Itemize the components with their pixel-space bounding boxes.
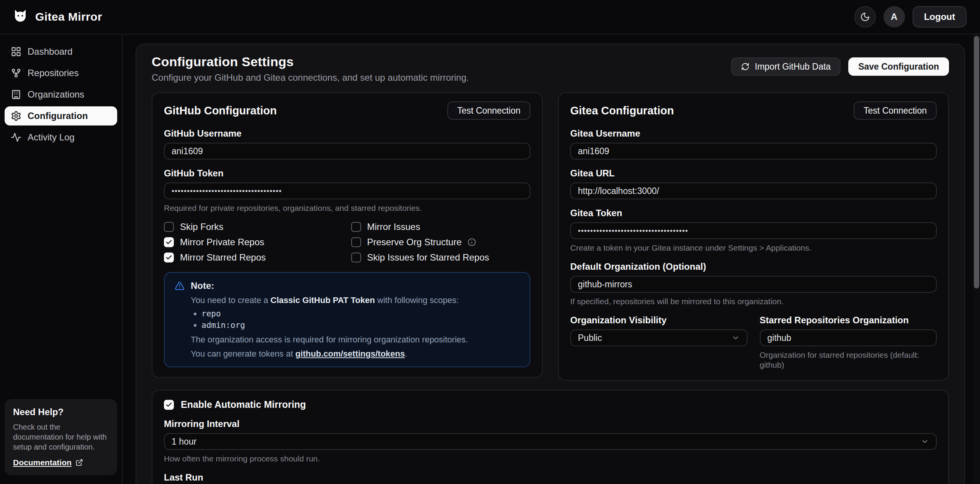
sidebar-item-activity-log[interactable]: Activity Log xyxy=(5,128,117,147)
gitea-username-input[interactable] xyxy=(570,143,937,160)
header-actions: A Logout xyxy=(854,6,967,28)
default-organization-helper: If specified, repositories will be mirro… xyxy=(570,297,937,306)
need-help-card: Need Help? Check out the documentation f… xyxy=(5,399,117,475)
github-configuration-card: GitHub Configuration Test Connection Git… xyxy=(152,92,543,378)
alert-triangle-icon xyxy=(175,281,185,291)
github-test-connection-button[interactable]: Test Connection xyxy=(447,101,530,120)
starred-repositories-organization-helper: Organization for starred repositories (d… xyxy=(760,350,937,370)
enable-automatic-mirroring-label: Enable Automatic Mirroring xyxy=(181,399,306,410)
gitea-mirror-app: Gitea Mirror A Logout Dashboard Reposito… xyxy=(0,0,980,484)
mirroring-interval-select[interactable]: 1 hour xyxy=(164,433,937,450)
last-run-field: Last Run May 17, 2025 at 12:24 AM xyxy=(164,472,937,484)
chevron-down-icon xyxy=(731,334,740,342)
app-brand[interactable]: Gitea Mirror xyxy=(12,8,102,26)
git-fork-icon xyxy=(11,68,21,78)
mirror-starred-repos-checkbox[interactable]: Mirror Starred Repos xyxy=(164,252,344,263)
mirror-issues-checkbox[interactable]: Mirror Issues xyxy=(351,222,531,232)
starred-repositories-organization-label: Starred Repositories Organization xyxy=(760,315,937,326)
sidebar-item-repositories[interactable]: Repositories xyxy=(5,64,117,83)
gear-icon xyxy=(11,111,21,121)
sidebar-item-label: Dashboard xyxy=(28,46,72,57)
gitea-token-input[interactable] xyxy=(570,222,937,239)
page-header-actions: Import GitHub Data Save Configuration xyxy=(731,54,949,76)
gitea-token-helper: Create a token in your Gitea instance un… xyxy=(570,243,937,253)
github-token-label: GitHub Token xyxy=(164,168,530,179)
configuration-page-card: Configuration Settings Configure your Gi… xyxy=(136,44,965,484)
note-org-access: The organization access is required for … xyxy=(191,334,520,345)
scrollbar[interactable] xyxy=(973,34,980,484)
automatic-mirroring-card: Enable Automatic Mirroring Mirroring Int… xyxy=(152,390,949,484)
gitea-token-field: Gitea Token Create a token in your Gitea… xyxy=(570,208,937,253)
starred-repositories-organization-input[interactable] xyxy=(760,329,937,346)
mirroring-interval-field: Mirroring Interval 1 hour How often the … xyxy=(164,419,937,464)
help-body: Check out the documentation for help wit… xyxy=(13,422,109,452)
logout-button[interactable]: Logout xyxy=(913,6,967,28)
github-token-field: GitHub Token Required for private reposi… xyxy=(164,168,530,213)
checkbox-box xyxy=(164,253,174,262)
external-link-icon xyxy=(75,459,83,466)
checkbox-label: Skip Forks xyxy=(180,222,223,232)
preserve-org-structure-checkbox[interactable]: Preserve Org Structure xyxy=(351,237,531,248)
note-scope-list: repo admin:org xyxy=(201,308,520,331)
default-organization-input[interactable] xyxy=(570,276,937,293)
import-github-data-label: Import GitHub Data xyxy=(755,62,831,72)
github-options: Skip Forks Mirror Private Repos Mirror S… xyxy=(164,222,530,263)
note-scope-item: repo xyxy=(201,308,520,319)
info-icon[interactable] xyxy=(468,238,476,246)
github-token-helper: Required for private repositories, organ… xyxy=(164,203,530,213)
sidebar-item-configuration[interactable]: Configuration xyxy=(5,106,117,125)
mirror-private-repos-checkbox[interactable]: Mirror Private Repos xyxy=(164,237,344,248)
checkbox-label: Preserve Org Structure xyxy=(367,237,462,248)
organization-visibility-value: Public xyxy=(578,333,602,343)
github-settings-tokens-link[interactable]: github.com/settings/tokens xyxy=(295,349,405,359)
enable-automatic-mirroring-checkbox[interactable]: Enable Automatic Mirroring xyxy=(164,399,937,410)
page-title: Configuration Settings xyxy=(152,54,469,69)
moon-icon xyxy=(860,12,870,22)
sidebar-item-label: Organizations xyxy=(28,89,84,100)
skip-forks-checkbox[interactable]: Skip Forks xyxy=(164,222,344,232)
sidebar-item-dashboard[interactable]: Dashboard xyxy=(5,42,117,61)
gitea-test-connection-button[interactable]: Test Connection xyxy=(854,101,937,120)
gitea-url-input[interactable] xyxy=(570,183,937,199)
user-avatar[interactable]: A xyxy=(883,6,905,28)
checkbox-label: Mirror Issues xyxy=(367,222,420,232)
gitea-card-title: Gitea Configuration xyxy=(570,104,674,117)
chevron-down-icon xyxy=(921,437,929,446)
note-title: Note: xyxy=(191,280,214,291)
sidebar-item-label: Activity Log xyxy=(28,132,75,143)
github-card-title: GitHub Configuration xyxy=(164,104,277,117)
checkbox-label: Mirror Private Repos xyxy=(180,237,264,248)
github-username-input[interactable] xyxy=(164,143,530,160)
top-header: Gitea Mirror A Logout xyxy=(0,0,980,34)
activity-icon xyxy=(11,132,21,143)
checkbox-box xyxy=(164,222,174,232)
page-subtitle: Configure your GitHub and Gitea connecti… xyxy=(152,72,469,83)
save-configuration-button[interactable]: Save Configuration xyxy=(848,57,949,76)
organization-visibility-select[interactable]: Public xyxy=(570,329,748,346)
checkbox-box xyxy=(164,237,174,247)
gitea-configuration-card: Gitea Configuration Test Connection Gite… xyxy=(558,92,949,381)
gitea-username-label: Gitea Username xyxy=(570,128,937,139)
main-content: Configuration Settings Configure your Gi… xyxy=(123,34,980,484)
sidebar-item-label: Repositories xyxy=(28,68,79,78)
gitea-token-label: Gitea Token xyxy=(570,208,937,218)
note-tokens-line: You can generate tokens at github.com/se… xyxy=(191,349,520,359)
layout-grid-icon xyxy=(11,46,21,57)
checkbox-box xyxy=(351,222,361,232)
skip-issues-for-starred-repos-checkbox[interactable]: Skip Issues for Starred Repos xyxy=(351,252,531,263)
theme-toggle-button[interactable] xyxy=(854,6,876,28)
cat-logo-icon xyxy=(12,8,28,26)
note-intro: You need to create a Classic GitHub PAT … xyxy=(191,295,520,305)
import-github-data-button[interactable]: Import GitHub Data xyxy=(731,57,841,76)
checkbox-label: Mirror Starred Repos xyxy=(180,252,266,263)
default-organization-label: Default Organization (Optional) xyxy=(570,261,937,272)
gitea-username-field: Gitea Username xyxy=(570,128,937,160)
documentation-link[interactable]: Documentation xyxy=(13,458,83,467)
help-title: Need Help? xyxy=(13,407,109,417)
mirroring-interval-value: 1 hour xyxy=(172,437,196,447)
default-organization-field: Default Organization (Optional) If speci… xyxy=(570,261,937,306)
github-token-input[interactable] xyxy=(164,183,530,199)
sidebar-item-organizations[interactable]: Organizations xyxy=(5,85,117,104)
scrollbar-thumb[interactable] xyxy=(974,36,979,288)
gitea-url-field: Gitea URL xyxy=(570,168,937,199)
